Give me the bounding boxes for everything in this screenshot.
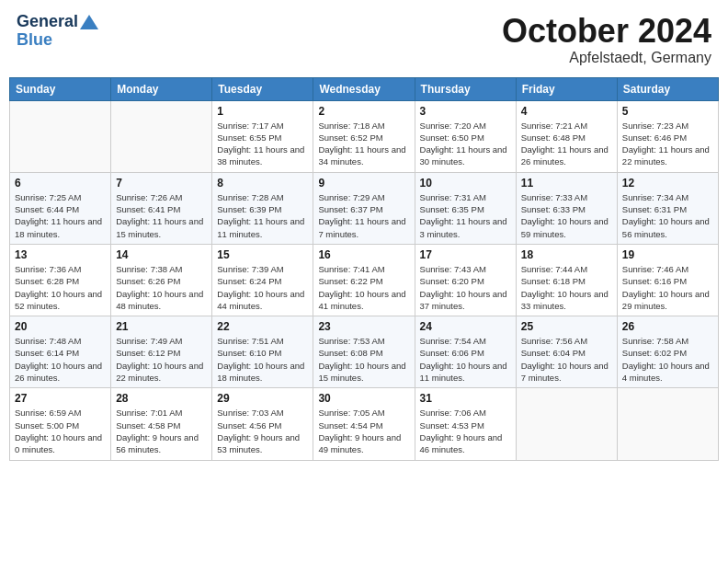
calendar-cell: 15Sunrise: 7:39 AM Sunset: 6:24 PM Dayli… [212,244,313,316]
weekday-header-saturday: Saturday [617,77,718,100]
weekday-header-tuesday: Tuesday [212,77,313,100]
day-number: 21 [116,320,207,333]
day-info: Sunrise: 7:17 AM Sunset: 6:55 PM Dayligh… [217,120,308,168]
day-number: 5 [622,105,713,118]
day-info: Sunrise: 7:34 AM Sunset: 6:31 PM Dayligh… [622,191,713,240]
day-number: 24 [420,320,511,333]
day-info: Sunrise: 7:46 AM Sunset: 6:16 PM Dayligh… [622,263,713,312]
day-number: 4 [521,105,612,118]
day-number: 20 [15,320,106,333]
calendar-cell: 20Sunrise: 7:48 AM Sunset: 6:14 PM Dayli… [10,316,111,388]
day-number: 31 [420,392,511,405]
day-number: 13 [15,248,106,261]
day-number: 8 [217,177,308,190]
calendar-week-row: 20Sunrise: 7:48 AM Sunset: 6:14 PM Dayli… [10,316,719,388]
calendar-cell: 26Sunrise: 7:58 AM Sunset: 6:02 PM Dayli… [617,316,718,388]
month-title: October 2024 [502,13,711,50]
calendar-cell: 31Sunrise: 7:06 AM Sunset: 4:53 PM Dayli… [415,388,516,460]
day-info: Sunrise: 7:43 AM Sunset: 6:20 PM Dayligh… [420,263,511,312]
day-info: Sunrise: 7:26 AM Sunset: 6:41 PM Dayligh… [116,191,207,240]
day-info: Sunrise: 7:18 AM Sunset: 6:52 PM Dayligh… [318,120,409,168]
day-number: 10 [420,177,511,190]
calendar-cell: 29Sunrise: 7:03 AM Sunset: 4:56 PM Dayli… [212,388,313,460]
calendar-cell [516,388,617,460]
calendar-cell: 6Sunrise: 7:25 AM Sunset: 6:44 PM Daylig… [10,172,111,244]
day-info: Sunrise: 7:56 AM Sunset: 6:04 PM Dayligh… [521,335,612,384]
calendar-table: SundayMondayTuesdayWednesdayThursdayFrid… [9,77,719,461]
day-info: Sunrise: 7:25 AM Sunset: 6:44 PM Dayligh… [15,191,106,240]
weekday-header-friday: Friday [516,77,617,100]
day-info: Sunrise: 7:06 AM Sunset: 4:53 PM Dayligh… [420,407,511,455]
calendar-cell: 9Sunrise: 7:29 AM Sunset: 6:37 PM Daylig… [313,172,415,244]
weekday-header-sunday: Sunday [10,77,111,100]
day-number: 14 [116,248,207,261]
calendar-cell: 23Sunrise: 7:53 AM Sunset: 6:08 PM Dayli… [313,316,415,388]
calendar-cell: 25Sunrise: 7:56 AM Sunset: 6:04 PM Dayli… [516,316,617,388]
day-info: Sunrise: 7:53 AM Sunset: 6:08 PM Dayligh… [318,335,409,384]
day-info: Sunrise: 7:48 AM Sunset: 6:14 PM Dayligh… [15,335,106,384]
day-info: Sunrise: 7:03 AM Sunset: 4:56 PM Dayligh… [217,407,308,455]
day-info: Sunrise: 7:51 AM Sunset: 6:10 PM Dayligh… [217,335,308,384]
calendar-cell: 14Sunrise: 7:38 AM Sunset: 6:26 PM Dayli… [111,244,212,316]
day-info: Sunrise: 7:05 AM Sunset: 4:54 PM Dayligh… [318,407,409,455]
day-number: 6 [15,177,106,190]
day-info: Sunrise: 7:21 AM Sunset: 6:48 PM Dayligh… [521,120,612,168]
day-number: 23 [318,320,409,333]
calendar-cell: 24Sunrise: 7:54 AM Sunset: 6:06 PM Dayli… [415,316,516,388]
weekday-header-wednesday: Wednesday [313,77,415,100]
day-number: 28 [116,392,207,405]
logo-text: General Blue [17,13,98,50]
day-info: Sunrise: 7:39 AM Sunset: 6:24 PM Dayligh… [217,263,308,312]
day-info: Sunrise: 6:59 AM Sunset: 5:00 PM Dayligh… [15,407,106,455]
logo-icon [80,13,98,31]
calendar-cell: 27Sunrise: 6:59 AM Sunset: 5:00 PM Dayli… [10,388,111,460]
day-number: 29 [217,392,308,405]
calendar-cell: 13Sunrise: 7:36 AM Sunset: 6:28 PM Dayli… [10,244,111,316]
day-number: 2 [318,105,409,118]
calendar-cell [617,388,718,460]
day-number: 1 [217,105,308,118]
calendar-cell: 10Sunrise: 7:31 AM Sunset: 6:35 PM Dayli… [415,172,516,244]
calendar-week-row: 6Sunrise: 7:25 AM Sunset: 6:44 PM Daylig… [10,172,719,244]
day-number: 27 [15,392,106,405]
day-info: Sunrise: 7:01 AM Sunset: 4:58 PM Dayligh… [116,407,207,455]
day-info: Sunrise: 7:38 AM Sunset: 6:26 PM Dayligh… [116,263,207,312]
page-header: General Blue October 2024 Apfelstaedt, G… [9,9,719,70]
day-info: Sunrise: 7:31 AM Sunset: 6:35 PM Dayligh… [420,191,511,240]
logo: General Blue [17,13,98,50]
day-number: 25 [521,320,612,333]
day-number: 26 [622,320,713,333]
day-number: 9 [318,177,409,190]
day-number: 15 [217,248,308,261]
calendar-cell: 2Sunrise: 7:18 AM Sunset: 6:52 PM Daylig… [313,100,415,172]
day-info: Sunrise: 7:49 AM Sunset: 6:12 PM Dayligh… [116,335,207,384]
weekday-header-monday: Monday [111,77,212,100]
day-info: Sunrise: 7:29 AM Sunset: 6:37 PM Dayligh… [318,191,409,240]
day-info: Sunrise: 7:54 AM Sunset: 6:06 PM Dayligh… [420,335,511,384]
calendar-cell: 5Sunrise: 7:23 AM Sunset: 6:46 PM Daylig… [617,100,718,172]
day-number: 3 [420,105,511,118]
calendar-cell: 18Sunrise: 7:44 AM Sunset: 6:18 PM Dayli… [516,244,617,316]
day-number: 17 [420,248,511,261]
calendar-cell: 7Sunrise: 7:26 AM Sunset: 6:41 PM Daylig… [111,172,212,244]
day-info: Sunrise: 7:41 AM Sunset: 6:22 PM Dayligh… [318,263,409,312]
calendar-week-row: 1Sunrise: 7:17 AM Sunset: 6:55 PM Daylig… [10,100,719,172]
title-section: October 2024 Apfelstaedt, Germany [502,13,711,66]
day-info: Sunrise: 7:33 AM Sunset: 6:33 PM Dayligh… [521,191,612,240]
calendar-cell: 11Sunrise: 7:33 AM Sunset: 6:33 PM Dayli… [516,172,617,244]
day-info: Sunrise: 7:36 AM Sunset: 6:28 PM Dayligh… [15,263,106,312]
calendar-week-row: 13Sunrise: 7:36 AM Sunset: 6:28 PM Dayli… [10,244,719,316]
day-info: Sunrise: 7:23 AM Sunset: 6:46 PM Dayligh… [622,120,713,168]
day-number: 30 [318,392,409,405]
day-info: Sunrise: 7:44 AM Sunset: 6:18 PM Dayligh… [521,263,612,312]
calendar-cell: 4Sunrise: 7:21 AM Sunset: 6:48 PM Daylig… [516,100,617,172]
day-number: 19 [622,248,713,261]
calendar-week-row: 27Sunrise: 6:59 AM Sunset: 5:00 PM Dayli… [10,388,719,460]
calendar-header-row: SundayMondayTuesdayWednesdayThursdayFrid… [10,77,719,100]
weekday-header-thursday: Thursday [415,77,516,100]
day-info: Sunrise: 7:28 AM Sunset: 6:39 PM Dayligh… [217,191,308,240]
day-info: Sunrise: 7:20 AM Sunset: 6:50 PM Dayligh… [420,120,511,168]
calendar-cell: 28Sunrise: 7:01 AM Sunset: 4:58 PM Dayli… [111,388,212,460]
day-number: 7 [116,177,207,190]
day-info: Sunrise: 7:58 AM Sunset: 6:02 PM Dayligh… [622,335,713,384]
